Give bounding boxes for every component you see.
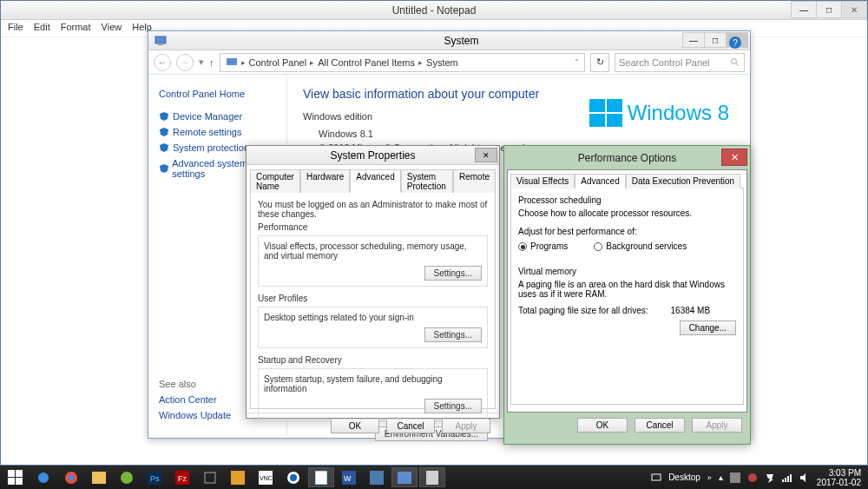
svg-rect-33 — [782, 479, 784, 482]
link-device-manager[interactable]: Device Manager — [173, 111, 242, 122]
cancel-button[interactable]: Cancel — [635, 418, 685, 433]
startup-label: Startup and Recovery — [258, 355, 488, 365]
system-titlebar[interactable]: System — □ ✕ — [148, 31, 750, 50]
taskbar-word[interactable]: W — [336, 467, 362, 487]
link-system-protection[interactable]: System protection — [173, 142, 249, 153]
close-button[interactable]: ✕ — [475, 148, 497, 162]
taskbar-snip[interactable] — [197, 467, 223, 487]
maximize-button[interactable]: □ — [704, 32, 727, 48]
taskbar-notepad[interactable] — [308, 467, 334, 487]
crumb-all-items[interactable]: All Control Panel Items — [318, 57, 415, 68]
minimize-button[interactable]: — — [791, 1, 817, 18]
tray-red-icon[interactable] — [747, 472, 758, 483]
startup-settings-button[interactable]: Settings... — [424, 399, 482, 413]
clock[interactable]: 3:03 PM 2017-01-02 — [817, 468, 861, 487]
perfopt-titlebar[interactable]: Performance Options ✕ — [507, 149, 747, 168]
change-button[interactable]: Change... — [680, 320, 736, 335]
sysprop-titlebar[interactable]: System Properties ✕ — [247, 146, 499, 165]
windows-brand: Windows 8 — [628, 101, 729, 125]
svg-rect-7 — [8, 478, 15, 485]
svg-rect-34 — [785, 478, 786, 482]
ok-button[interactable]: OK — [331, 419, 379, 433]
tab-remote[interactable]: Remote — [453, 169, 496, 193]
tray-chevron[interactable]: » — [707, 473, 712, 482]
menu-edit[interactable]: Edit — [30, 22, 54, 35]
profiles-settings-button[interactable]: Settings... — [424, 327, 482, 342]
tab-hardware[interactable]: Hardware — [300, 169, 350, 193]
time: 3:03 PM — [817, 468, 861, 478]
recent-dropdown[interactable]: ▾ — [199, 56, 204, 68]
perf-group: Visual effects, processor scheduling, me… — [258, 235, 488, 287]
taskbar-filezilla[interactable]: Fz — [169, 467, 195, 487]
refresh-button[interactable]: ↻ — [590, 53, 609, 72]
cancel-button[interactable]: Cancel — [386, 419, 435, 433]
startup-desc: System startup, system failure, and debu… — [264, 374, 482, 393]
notepad-titlebar[interactable]: Untitled - Notepad — □ ✕ — [1, 1, 867, 20]
tray-monitor-icon[interactable] — [651, 472, 661, 483]
link-action-center[interactable]: Action Center — [159, 394, 217, 405]
svg-rect-1 — [158, 44, 163, 45]
radio-icon — [594, 242, 602, 251]
link-remote-settings[interactable]: Remote settings — [173, 127, 241, 137]
svg-rect-2 — [227, 58, 237, 65]
taskbar-controlpanel[interactable] — [391, 467, 418, 487]
radio-background[interactable]: Background services — [594, 241, 687, 251]
taskbar-dreamweaver[interactable] — [114, 467, 140, 487]
minimize-button[interactable]: — — [682, 32, 705, 48]
tray-app-icon[interactable] — [730, 472, 740, 483]
forward-button[interactable]: → — [176, 54, 194, 71]
search-input[interactable]: Search Control Panel — [615, 53, 745, 72]
control-panel-home[interactable]: Control Panel Home — [159, 89, 245, 99]
menu-view[interactable]: View — [98, 22, 126, 35]
computer-icon — [154, 34, 168, 48]
apply-button[interactable]: Apply — [692, 418, 742, 433]
perf-settings-button[interactable]: Settings... — [424, 266, 482, 281]
svg-point-23 — [290, 474, 297, 481]
tab-visual-effects[interactable]: Visual Effects — [510, 174, 575, 188]
tab-system-protection[interactable]: System Protection — [401, 169, 453, 193]
search-icon — [730, 57, 740, 68]
tab-computer-name[interactable]: Computer Name — [250, 169, 300, 193]
apply-button[interactable]: Apply — [442, 419, 490, 433]
breadcrumb-dropdown[interactable]: ˅ — [575, 58, 579, 67]
taskbar-teamviewer[interactable] — [280, 467, 306, 487]
tab-advanced[interactable]: Advanced — [575, 174, 625, 188]
taskbar-photoshop[interactable]: Ps — [141, 467, 168, 487]
svg-rect-29 — [426, 471, 438, 485]
back-button[interactable]: ← — [154, 54, 171, 71]
taskbar-app[interactable] — [225, 467, 251, 487]
maximize-button[interactable]: □ — [816, 1, 842, 18]
tab-advanced[interactable]: Advanced — [350, 169, 400, 193]
breadcrumb[interactable]: ▸ Control Panel ▸ All Control Panel Item… — [220, 53, 586, 72]
taskbar-vnc[interactable]: VNC — [253, 467, 279, 487]
sysprop-tabs: Computer Name Hardware Advanced System P… — [247, 165, 499, 192]
tray-expand[interactable]: ▴ — [719, 472, 723, 482]
taskbar-sysprop[interactable] — [419, 467, 445, 487]
menu-format[interactable]: Format — [57, 22, 95, 35]
tab-dep[interactable]: Data Execution Prevention — [626, 174, 740, 188]
shield-icon — [159, 111, 169, 122]
crumb-system[interactable]: System — [426, 57, 458, 68]
link-windows-update[interactable]: Windows Update — [159, 410, 231, 420]
close-button[interactable]: ✕ — [841, 1, 867, 18]
network-icon[interactable] — [782, 472, 792, 483]
start-button[interactable] — [3, 467, 29, 487]
ok-button[interactable]: OK — [577, 418, 628, 433]
radio-programs[interactable]: Programs — [518, 241, 568, 251]
close-button[interactable]: ✕ — [721, 149, 747, 166]
up-button[interactable]: ↑ — [209, 57, 214, 68]
taskbar-app2[interactable] — [364, 467, 390, 487]
taskbar-explorer[interactable] — [86, 467, 112, 487]
volume-icon[interactable] — [799, 472, 810, 483]
notepad-title: Untitled - Notepad — [1, 4, 867, 17]
menu-file[interactable]: File — [4, 22, 27, 35]
crumb-control-panel[interactable]: Control Panel — [249, 57, 307, 68]
desktop-toolbar[interactable]: Desktop — [668, 472, 700, 482]
help-icon[interactable]: ? — [729, 36, 741, 49]
action-center-icon[interactable] — [765, 472, 775, 483]
profiles-desc: Desktop settings related to your sign-in — [264, 313, 482, 322]
sysprop-title: System Properties — [330, 149, 415, 162]
shield-icon — [159, 142, 169, 153]
taskbar-chrome[interactable] — [58, 467, 84, 487]
taskbar-ie[interactable] — [30, 467, 56, 487]
